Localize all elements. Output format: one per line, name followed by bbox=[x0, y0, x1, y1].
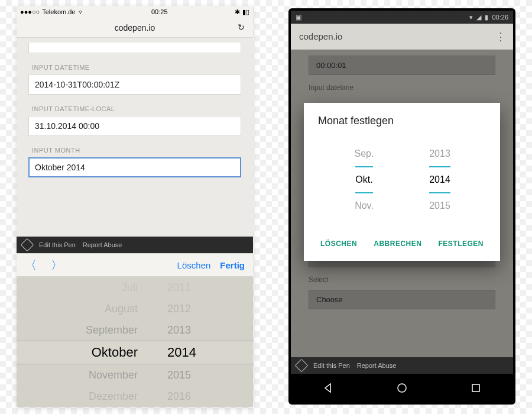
wheel-year[interactable]: 2013 bbox=[167, 324, 203, 337]
wheel-year-selected[interactable]: 2014 bbox=[167, 345, 203, 360]
home-button[interactable] bbox=[394, 380, 410, 396]
wheel-month[interactable]: Dezember bbox=[67, 390, 138, 403]
year-selected[interactable]: 2014 bbox=[429, 166, 450, 193]
edit-pen-link[interactable]: Edit this Pen bbox=[39, 241, 76, 248]
android-device: ▣ ▾ ◢ ▮ 00:26 codepen.io ⋮ 00:00:01 Inpu… bbox=[288, 8, 515, 405]
wheel-year[interactable]: 2016 bbox=[167, 390, 203, 403]
label-datetime-local: INPUT DATETIME-LOCAL bbox=[32, 105, 244, 112]
delete-button[interactable]: LÖSCHEN bbox=[318, 235, 359, 253]
bluetooth-icon: ✱ bbox=[235, 8, 240, 16]
android-url-bar[interactable]: codepen.io ⋮ bbox=[291, 24, 513, 50]
edit-pen-link[interactable]: Edit this Pen bbox=[313, 362, 350, 369]
back-button[interactable] bbox=[320, 380, 336, 396]
wheel-year[interactable]: 2012 bbox=[167, 303, 203, 315]
ios-device: ●●●○○ Telekom.de ᯤ 00:25 ✱ ▮▯ codepen.io… bbox=[17, 6, 253, 407]
dialog-title: Monat festlegen bbox=[318, 115, 486, 127]
battery-icon: ▮ bbox=[485, 14, 488, 21]
signal-dots-icon: ●●●○○ bbox=[20, 8, 40, 15]
signal-icon: ◢ bbox=[476, 14, 481, 21]
wheel-month-selected[interactable]: Oktober bbox=[67, 345, 138, 360]
cancel-button[interactable]: ABBRECHEN bbox=[371, 235, 424, 253]
month-selected[interactable]: Okt. bbox=[355, 166, 372, 193]
android-status-bar: ▣ ▾ ◢ ▮ 00:26 bbox=[291, 11, 513, 24]
overflow-menu-icon[interactable]: ⋮ bbox=[495, 30, 505, 43]
wheel-year[interactable]: 2011 bbox=[167, 282, 203, 294]
prev-field-button[interactable]: 〈 bbox=[25, 257, 37, 273]
report-abuse-link[interactable]: Report Abuse bbox=[357, 362, 397, 369]
label-datetime: INPUT DATETIME bbox=[32, 64, 244, 71]
url-text: codepen.io bbox=[299, 31, 342, 41]
codepen-footer: Edit this Pen Report Abuse bbox=[17, 237, 253, 253]
codepen-footer: Edit this Pen Report Abuse bbox=[291, 357, 513, 374]
done-button[interactable]: Fertig bbox=[220, 260, 245, 270]
year-next[interactable]: 2015 bbox=[429, 193, 450, 218]
clear-button[interactable]: Löschen bbox=[177, 260, 211, 270]
codepen-logo-icon bbox=[21, 238, 34, 252]
input-datetime-local[interactable]: 31.10.2014 00:00 bbox=[28, 116, 241, 136]
ios-url-bar[interactable]: codepen.io ↻ bbox=[17, 18, 253, 38]
month-next[interactable]: Nov. bbox=[355, 193, 374, 218]
input-datetime[interactable]: 2014-10-31T00:00:01Z bbox=[28, 75, 241, 95]
android-nav-bar bbox=[291, 374, 513, 402]
year-prev[interactable]: 2013 bbox=[429, 141, 450, 166]
ios-picker-toolbar: 〈 〉 Löschen Fertig bbox=[17, 253, 253, 277]
wheel-month[interactable]: September bbox=[67, 324, 138, 337]
prev-group-bottom bbox=[28, 43, 241, 53]
label-month: INPUT MONTH bbox=[32, 147, 244, 154]
month-prev[interactable]: Sep. bbox=[355, 141, 374, 166]
wifi-icon: ᯤ bbox=[78, 8, 85, 15]
ios-page-content: INPUT DATETIME 2014-10-31T00:00:01Z INPU… bbox=[17, 38, 253, 237]
refresh-icon[interactable]: ↻ bbox=[238, 22, 245, 32]
svg-point-0 bbox=[398, 384, 406, 392]
wheel-year[interactable]: 2015 bbox=[167, 369, 203, 381]
report-abuse-link[interactable]: Report Abuse bbox=[83, 241, 122, 248]
status-time: 00:25 bbox=[151, 8, 168, 15]
wheel-month[interactable]: Juli bbox=[67, 282, 138, 294]
month-picker-dialog: Monat festlegen Sep. Okt. Nov. 2013 2014… bbox=[304, 103, 500, 261]
year-spinner[interactable]: 2013 2014 2015 bbox=[416, 141, 463, 218]
input-month[interactable]: Oktober 2014 bbox=[28, 157, 241, 177]
battery-icon: ▮▯ bbox=[242, 8, 249, 16]
set-button[interactable]: FESTLEGEN bbox=[436, 235, 486, 253]
svg-rect-1 bbox=[472, 384, 479, 392]
month-spinner[interactable]: Sep. Okt. Nov. bbox=[340, 141, 388, 218]
carrier-label: Telekom.de bbox=[42, 8, 75, 15]
ios-status-bar: ●●●○○ Telekom.de ᯤ 00:25 ✱ ▮▯ bbox=[17, 6, 253, 18]
url-text: codepen.io bbox=[115, 23, 155, 33]
wifi-icon: ▾ bbox=[469, 14, 473, 21]
status-time: 00:26 bbox=[492, 14, 508, 21]
codepen-logo-icon bbox=[295, 359, 309, 373]
next-field-button[interactable]: 〉 bbox=[51, 257, 63, 273]
notification-icon: ▣ bbox=[296, 14, 301, 21]
wheel-month[interactable]: August bbox=[67, 303, 138, 315]
wheel-month[interactable]: November bbox=[67, 369, 138, 381]
ios-date-wheel[interactable]: Juli2011 August2012 September2013 Oktobe… bbox=[17, 277, 253, 407]
recents-button[interactable] bbox=[468, 380, 484, 396]
